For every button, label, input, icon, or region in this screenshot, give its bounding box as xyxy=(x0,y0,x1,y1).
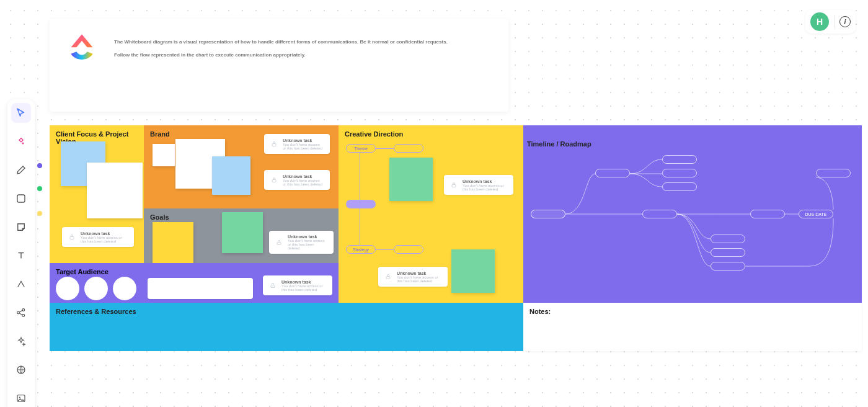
color-swatch-yellow[interactable] xyxy=(37,211,42,216)
section-references[interactable]: References & Resources xyxy=(50,303,523,351)
tool-templates[interactable] xyxy=(11,132,31,151)
chip-theme[interactable]: Theme xyxy=(346,144,376,153)
sticky-note[interactable] xyxy=(451,249,495,293)
task-title: Unknown task xyxy=(281,280,326,284)
svg-rect-9 xyxy=(272,180,276,182)
connector xyxy=(376,148,394,149)
chip-empty[interactable] xyxy=(394,245,423,254)
avatar-circle[interactable] xyxy=(113,277,136,300)
lock-icon xyxy=(269,282,277,289)
sticky-note[interactable] xyxy=(212,156,250,195)
tool-shape[interactable] xyxy=(11,189,31,208)
svg-rect-12 xyxy=(452,185,456,187)
task-subtitle: You don't have access or this has been d… xyxy=(281,284,326,292)
task-card[interactable]: Unknown task You don't have access or th… xyxy=(62,227,134,247)
svg-rect-10 xyxy=(277,242,281,244)
task-card[interactable]: Unknown taskYou don't have access or thi… xyxy=(378,267,448,287)
input-box[interactable] xyxy=(148,278,253,299)
task-card[interactable]: Unknown taskYou don't have access or thi… xyxy=(263,275,332,295)
text-icon xyxy=(16,250,27,261)
roadmap-node[interactable] xyxy=(642,210,677,218)
svg-rect-13 xyxy=(386,277,390,279)
info-text: The Whiteboard diagram is a visual repre… xyxy=(114,30,448,101)
roadmap-node[interactable] xyxy=(595,169,630,177)
svg-rect-11 xyxy=(271,285,275,288)
user-bar: H i xyxy=(805,10,856,34)
sticky-note[interactable] xyxy=(222,212,263,253)
lock-icon xyxy=(68,233,76,241)
svg-rect-8 xyxy=(272,144,276,146)
task-card[interactable]: Unknown taskYou don't have access or thi… xyxy=(269,231,334,254)
task-subtitle: You don't have access or this has been d… xyxy=(288,239,327,250)
shape-icon xyxy=(16,193,27,204)
tool-text[interactable] xyxy=(11,246,31,266)
tool-cursor[interactable] xyxy=(11,103,31,123)
sticky-note[interactable] xyxy=(389,158,433,201)
section-label: Goals xyxy=(150,213,169,221)
lock-icon xyxy=(275,239,283,246)
user-avatar[interactable]: H xyxy=(810,12,829,31)
chip-solid[interactable] xyxy=(346,200,376,208)
color-swatch-purple[interactable] xyxy=(37,163,42,168)
svg-rect-7 xyxy=(70,237,74,239)
lock-icon xyxy=(450,181,458,189)
roadmap-node[interactable] xyxy=(711,262,745,271)
task-card[interactable]: Unknown taskYou don't have access or thi… xyxy=(444,175,513,195)
svg-rect-0 xyxy=(17,195,25,202)
info-line-1: The Whiteboard diagram is a visual repre… xyxy=(114,38,448,47)
cursor-icon xyxy=(16,107,27,119)
tool-sticky[interactable] xyxy=(11,217,31,237)
task-subtitle: You don't have access or this has been d… xyxy=(397,275,441,283)
roadmap-node[interactable] xyxy=(662,169,697,177)
avatar-circle[interactable] xyxy=(84,277,108,300)
whiteboard[interactable]: Client Focus & Project Vision Unknown ta… xyxy=(50,125,862,351)
chip-strategy[interactable]: Strategy xyxy=(346,245,376,254)
info-line-2: Follow the flow represented in the chart… xyxy=(114,51,448,60)
lock-icon xyxy=(384,273,392,280)
tool-pen[interactable] xyxy=(11,160,31,180)
info-icon[interactable]: i xyxy=(839,16,851,27)
task-card[interactable]: Unknown taskYou don't have access or thi… xyxy=(264,134,330,154)
roadmap-node[interactable] xyxy=(662,182,697,191)
info-card[interactable]: The Whiteboard diagram is a visual repre… xyxy=(50,19,508,112)
task-title: Unknown task xyxy=(397,271,441,275)
tool-mindmap[interactable] xyxy=(11,303,31,323)
roadmap-node[interactable] xyxy=(711,235,745,243)
section-label: References & Resources xyxy=(56,308,136,315)
roadmap-node[interactable] xyxy=(750,210,785,218)
sticky-note[interactable] xyxy=(153,144,175,166)
section-notes[interactable]: Notes: xyxy=(523,303,862,351)
section-label: Target Audience xyxy=(56,268,108,275)
tool-web[interactable] xyxy=(11,360,31,380)
tool-ai[interactable] xyxy=(11,331,31,351)
roadmap-due-date[interactable]: DUE DATE xyxy=(799,210,833,218)
svg-point-6 xyxy=(19,396,20,398)
sticky-note[interactable] xyxy=(153,222,193,263)
mindmap-icon xyxy=(16,307,27,318)
connector xyxy=(360,153,360,200)
globe-icon xyxy=(16,364,27,375)
section-label: Creative Direction xyxy=(345,130,403,138)
chip-empty[interactable] xyxy=(394,144,423,153)
section-label: Notes: xyxy=(529,308,551,315)
tool-image[interactable] xyxy=(11,388,31,407)
color-swatch-green[interactable] xyxy=(37,186,42,191)
avatar-circle[interactable] xyxy=(56,277,79,300)
section-label: Brand xyxy=(150,130,170,138)
tool-connector[interactable] xyxy=(11,274,31,294)
task-subtitle: You don't have access or this has been d… xyxy=(283,179,324,186)
templates-icon xyxy=(16,136,27,147)
roadmap-node[interactable] xyxy=(662,155,697,164)
sticky-note[interactable] xyxy=(87,163,143,218)
clickup-logo-icon xyxy=(64,31,99,66)
connector-icon xyxy=(16,279,27,290)
roadmap-node[interactable] xyxy=(816,169,851,177)
sparkle-icon xyxy=(16,336,27,347)
connector xyxy=(360,208,360,245)
task-card[interactable]: Unknown taskYou don't have access or thi… xyxy=(264,170,330,190)
image-icon xyxy=(16,393,27,404)
task-title: Unknown task xyxy=(81,231,128,236)
roadmap-node[interactable] xyxy=(711,248,745,257)
pen-icon xyxy=(16,164,27,176)
roadmap-node[interactable] xyxy=(531,210,565,218)
